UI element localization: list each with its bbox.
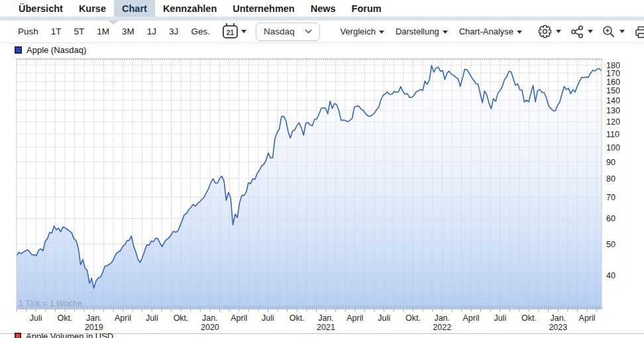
- exchange-select[interactable]: Nasdaq: [256, 23, 321, 41]
- range-button-1t[interactable]: 1T: [51, 27, 62, 36]
- chevron-down-icon: [556, 30, 561, 33]
- svg-text:April: April: [115, 313, 131, 323]
- svg-text:Jan.: Jan.: [550, 313, 566, 323]
- svg-text:Juli: Juli: [378, 313, 390, 323]
- exchange-select-value: Nasdaq: [264, 27, 295, 36]
- month-ticks: [17, 310, 597, 311]
- svg-text:Jan.: Jan.: [318, 313, 334, 323]
- zoom-in-icon: [602, 25, 616, 39]
- zoom-button[interactable]: [602, 25, 625, 39]
- svg-text:120: 120: [606, 117, 620, 127]
- x-axis-labels: JuliOkt.Jan.2019AprilJuliOkt.Jan.2020Apr…: [30, 313, 596, 332]
- svg-text:180: 180: [606, 61, 620, 70]
- svg-text:90: 90: [606, 158, 616, 167]
- svg-text:140: 140: [606, 96, 620, 105]
- chevron-down-icon: [588, 30, 593, 33]
- chevron-down-icon: [305, 29, 312, 34]
- price-chart[interactable]: 405060708090100110120130140150160170180J…: [0, 58, 644, 338]
- svg-text:2020: 2020: [201, 323, 219, 332]
- chart-analyse-menu-button[interactable]: Chart-Analyse: [459, 27, 522, 36]
- nav-item-kennzahlen[interactable]: Kennzahlen: [155, 0, 225, 17]
- nav-item-news[interactable]: News: [303, 0, 344, 17]
- svg-text:Juli: Juli: [494, 313, 506, 323]
- range-button-ges[interactable]: Ges.: [191, 27, 210, 36]
- nav-item-forum[interactable]: Forum: [344, 0, 390, 17]
- svg-text:Jan.: Jan.: [86, 313, 102, 323]
- svg-text:40: 40: [606, 271, 616, 280]
- svg-text:80: 80: [606, 174, 616, 184]
- range-button-3j[interactable]: 3J: [169, 27, 178, 36]
- chart-toolbar: Push 1T 5T 1M 3M 1J 3J Ges. 21 Nasdaq Ve…: [0, 21, 644, 42]
- svg-text:110: 110: [606, 130, 619, 139]
- svg-text:Juli: Juli: [262, 313, 274, 323]
- push-button[interactable]: Push: [18, 27, 38, 36]
- nav-item-unternehmen[interactable]: Unternehmen: [225, 0, 302, 17]
- svg-text:60: 60: [606, 214, 616, 223]
- chevron-down-icon: [619, 30, 625, 33]
- vergleich-menu-button[interactable]: Vergleich: [340, 27, 384, 36]
- volume-legend: Apple Volumen in USD: [15, 331, 113, 338]
- svg-text:Jan.: Jan.: [434, 313, 450, 323]
- stock-chart-page: Übersicht Kurse Chart Kennzahlen Unterne…: [0, 0, 644, 338]
- range-button-1m[interactable]: 1M: [97, 27, 109, 36]
- svg-text:130: 130: [606, 106, 620, 115]
- svg-text:160: 160: [606, 78, 620, 87]
- nav-item-chart[interactable]: Chart: [114, 0, 155, 17]
- toolbar-divider: [0, 42, 644, 43]
- share-icon: [570, 25, 584, 39]
- range-button-1j[interactable]: 1J: [147, 27, 156, 36]
- main-nav: Übersicht Kurse Chart Kennzahlen Unterne…: [0, 0, 644, 17]
- nav-item-kurse[interactable]: Kurse: [71, 0, 114, 17]
- svg-text:Okt.: Okt.: [521, 313, 537, 323]
- svg-text:2022: 2022: [433, 323, 451, 332]
- svg-text:Okt.: Okt.: [290, 313, 305, 323]
- svg-text:100: 100: [606, 143, 620, 152]
- svg-text:2023: 2023: [549, 323, 567, 332]
- range-button-5t[interactable]: 5T: [74, 27, 85, 36]
- svg-text:Jan.: Jan.: [202, 313, 218, 323]
- svg-text:Okt.: Okt.: [405, 313, 421, 323]
- svg-text:April: April: [462, 313, 479, 323]
- share-button[interactable]: [570, 25, 593, 39]
- svg-text:50: 50: [606, 240, 616, 249]
- nav-item-uebersicht[interactable]: Übersicht: [11, 0, 71, 17]
- range-button-3m[interactable]: 3M: [122, 27, 134, 36]
- chevron-down-icon: [379, 30, 384, 34]
- printer-icon: [633, 25, 644, 39]
- series-legend-label: Apple (Nasdaq): [27, 45, 86, 55]
- date-picker-button[interactable]: 21: [223, 25, 246, 38]
- svg-text:Okt.: Okt.: [174, 313, 189, 323]
- darstellung-menu-button[interactable]: Darstellung: [396, 27, 448, 36]
- svg-text:2019: 2019: [85, 323, 103, 332]
- svg-text:150: 150: [606, 86, 620, 95]
- svg-text:April: April: [579, 313, 596, 323]
- calendar-icon: 21: [223, 25, 238, 38]
- volume-color-swatch: [15, 333, 21, 338]
- chevron-down-icon: [241, 30, 246, 33]
- gear-icon: [537, 24, 553, 39]
- price-area: [17, 66, 602, 310]
- y-axis-labels: 405060708090100110120130140150160170180: [606, 61, 620, 280]
- svg-text:Juli: Juli: [146, 313, 158, 323]
- svg-text:70: 70: [606, 193, 616, 202]
- svg-text:2021: 2021: [317, 323, 335, 332]
- series-color-swatch: [15, 46, 22, 54]
- svg-text:April: April: [231, 313, 247, 323]
- settings-button[interactable]: [537, 24, 561, 39]
- series-legend: Apple (Nasdaq): [15, 45, 86, 55]
- svg-text:April: April: [347, 313, 363, 323]
- volume-legend-label: Apple Volumen in USD: [26, 331, 113, 338]
- tick-note: 1 Tick = 1 Woche: [19, 299, 82, 308]
- svg-text:170: 170: [606, 69, 620, 78]
- chevron-down-icon: [443, 30, 448, 34]
- chevron-down-icon: [517, 30, 522, 34]
- svg-text:Juli: Juli: [30, 313, 42, 323]
- print-button[interactable]: [633, 25, 644, 39]
- svg-text:Okt.: Okt.: [58, 313, 73, 323]
